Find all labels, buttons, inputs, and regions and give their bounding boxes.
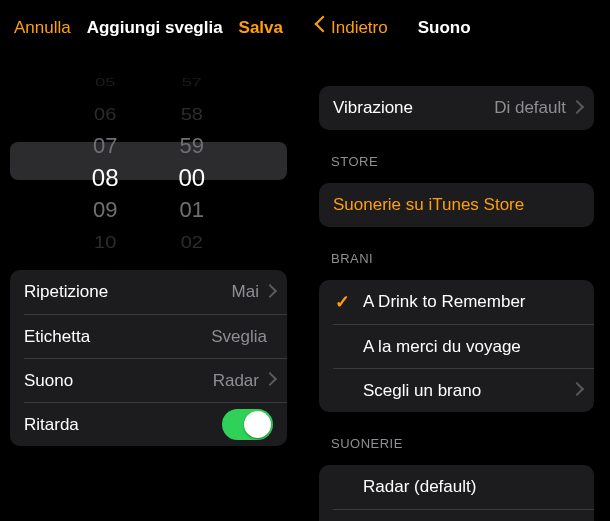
ringtone-row[interactable]: ✓ Apertura [333, 509, 594, 521]
chevron-right-icon [265, 374, 273, 387]
sound-row[interactable]: Suono Radar [24, 358, 287, 402]
vibration-group: Vibrazione Di default [319, 86, 594, 130]
hour-option[interactable]: 09 [93, 194, 117, 226]
hour-wheel[interactable]: 05 06 07 08 09 10 11 [92, 66, 119, 256]
nav-bar-left: Annulla Aggiungi sveglia Salva [0, 0, 297, 56]
snooze-row: Ritarda [24, 402, 287, 446]
songs-group: ✓ A Drink to Remember ✓ A la merci du vo… [319, 280, 594, 412]
store-header: STORE [331, 154, 606, 169]
check-icon: ✓ [333, 291, 351, 313]
hour-option[interactable]: 07 [93, 130, 117, 162]
nav-bar-right: Indietro Suono [301, 0, 606, 56]
vibration-value: Di default [494, 98, 566, 118]
repeat-row[interactable]: Ripetizione Mai [10, 270, 287, 314]
alarm-options-group: Ripetizione Mai Etichetta Sveglia Suono … [10, 270, 287, 446]
minute-selected[interactable]: 00 [179, 162, 206, 194]
ringtone-row[interactable]: ✓ Radar (default) [319, 465, 594, 509]
chevron-right-icon [572, 102, 580, 115]
hour-selected[interactable]: 08 [92, 162, 119, 194]
hour-option[interactable]: 05 [95, 72, 115, 91]
minute-option[interactable]: 02 [181, 228, 203, 255]
minute-option[interactable]: 03 [182, 264, 202, 283]
etichetta-value: Sveglia [211, 327, 267, 347]
ringtones-group: ✓ Radar (default) ✓ Apertura [319, 465, 594, 521]
song-row[interactable]: ✓ A Drink to Remember [319, 280, 594, 324]
sound-pane: Indietro Suono Vibrazione Di default STO… [301, 0, 606, 521]
hour-option[interactable]: 06 [94, 100, 116, 127]
ringtone-label: Radar (default) [363, 477, 580, 497]
save-button[interactable]: Salva [239, 18, 283, 38]
snooze-toggle[interactable] [222, 409, 273, 440]
minute-option[interactable]: 57 [182, 72, 202, 91]
minute-option[interactable]: 58 [181, 100, 203, 127]
itunes-store-label: Suonerie su iTunes Store [333, 195, 580, 215]
time-picker[interactable]: 05 06 07 08 09 10 11 57 58 59 00 01 02 0… [0, 66, 297, 256]
pick-song-label: Scegli un brano [363, 381, 572, 401]
ringtones-header: SUONERIE [331, 436, 606, 451]
song-row[interactable]: ✓ A la merci du voyage [333, 324, 594, 368]
vibration-label: Vibrazione [333, 98, 494, 118]
repeat-value: Mai [232, 282, 259, 302]
hour-option[interactable]: 11 [95, 264, 115, 283]
chevron-right-icon [572, 384, 580, 397]
minute-option[interactable]: 01 [180, 194, 204, 226]
song-label: A la merci du voyage [363, 337, 580, 357]
screenshot-wrap: Annulla Aggiungi sveglia Salva 05 06 07 … [0, 0, 610, 521]
repeat-label: Ripetizione [24, 282, 232, 302]
back-button[interactable]: Indietro [315, 18, 388, 38]
songs-header: BRANI [331, 251, 606, 266]
cancel-button[interactable]: Annulla [14, 18, 71, 38]
nav-title-right: Suono [388, 18, 552, 38]
label-row[interactable]: Etichetta Sveglia [24, 314, 287, 358]
hour-option[interactable]: 10 [94, 228, 116, 255]
toggle-knob [244, 411, 271, 438]
chevron-left-icon [315, 18, 327, 38]
chevron-right-icon [265, 286, 273, 299]
back-label: Indietro [331, 18, 388, 38]
store-group: Suonerie su iTunes Store [319, 183, 594, 227]
vibration-row[interactable]: Vibrazione Di default [319, 86, 594, 130]
add-alarm-pane: Annulla Aggiungi sveglia Salva 05 06 07 … [0, 0, 301, 521]
etichetta-label: Etichetta [24, 327, 211, 347]
pick-song-row[interactable]: ✓ Scegli un brano [333, 368, 594, 412]
nav-title-left: Aggiungi sveglia [71, 18, 239, 38]
minute-wheel[interactable]: 57 58 59 00 01 02 03 [179, 66, 206, 256]
snooze-label: Ritarda [24, 415, 222, 435]
sound-label: Suono [24, 371, 213, 391]
itunes-store-link[interactable]: Suonerie su iTunes Store [319, 183, 594, 227]
sound-value: Radar [213, 371, 259, 391]
song-label: A Drink to Remember [363, 292, 580, 312]
minute-option[interactable]: 59 [180, 130, 204, 162]
